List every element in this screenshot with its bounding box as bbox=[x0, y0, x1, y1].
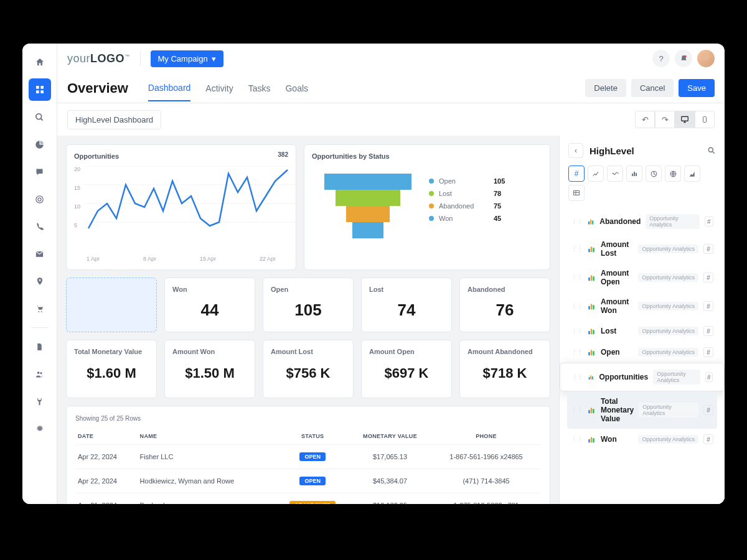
legend-row: Open105 bbox=[429, 177, 505, 185]
chip-number[interactable]: # bbox=[568, 166, 585, 182]
svg-rect-22 bbox=[634, 172, 635, 176]
empty-drop-slot[interactable] bbox=[66, 278, 157, 332]
redo-button[interactable]: ↷ bbox=[655, 111, 675, 128]
money-lost[interactable]: Amount Lost$756 K bbox=[263, 340, 354, 398]
svg-point-10 bbox=[37, 371, 40, 374]
chip-line[interactable] bbox=[588, 166, 604, 182]
svg-rect-42 bbox=[588, 352, 590, 355]
sidepanel-search-icon[interactable] bbox=[707, 146, 716, 155]
back-button[interactable]: ‹ bbox=[568, 143, 583, 158]
cancel-button[interactable]: Cancel bbox=[631, 79, 674, 97]
dashboard-icon[interactable] bbox=[29, 78, 51, 101]
save-button[interactable]: Save bbox=[679, 79, 715, 97]
money-total[interactable]: Total Monetary Value$1.60 M bbox=[66, 340, 157, 398]
svg-rect-34 bbox=[591, 276, 592, 281]
drag-handle-icon[interactable]: ⋮⋮ bbox=[571, 274, 582, 282]
chip-pie[interactable] bbox=[646, 166, 662, 182]
svg-rect-47 bbox=[592, 376, 593, 380]
chevron-down-icon: ▾ bbox=[212, 54, 216, 63]
table-row[interactable]: Apr 22, 2024Hodkiewicz, Wyman and RoweOP… bbox=[75, 469, 541, 493]
drag-handle-icon[interactable]: ⋮⋮ bbox=[571, 302, 582, 310]
data-table-card[interactable]: Showing 25 of 25 Rows DATENAME STATUSMON… bbox=[66, 406, 550, 504]
dimension-item[interactable]: ⋮⋮WonOpportunity Analytics# bbox=[567, 429, 717, 450]
page-title: Overview bbox=[67, 80, 128, 96]
dimension-item[interactable]: ⋮⋮OpenOpportunity Analytics# bbox=[567, 342, 717, 363]
svg-point-8 bbox=[38, 310, 39, 312]
chart-type-chips: # bbox=[560, 166, 725, 208]
home-icon[interactable] bbox=[29, 51, 51, 73]
undo-button[interactable]: ↶ bbox=[635, 111, 655, 128]
dimension-item[interactable]: ⋮⋮OpportunitiesOpportunity Analytics# bbox=[560, 363, 725, 391]
help-button[interactable]: ? bbox=[652, 50, 670, 67]
svg-rect-0 bbox=[36, 86, 39, 89]
funnel-segment bbox=[346, 206, 390, 222]
stat-abandoned[interactable]: Abandoned76 bbox=[459, 278, 550, 332]
tab-activity[interactable]: Activity bbox=[205, 76, 233, 101]
svg-rect-36 bbox=[588, 306, 590, 309]
target-icon[interactable] bbox=[29, 188, 51, 210]
funnel-legend: Open105Lost78Abandoned75Won45 bbox=[429, 177, 505, 238]
dimension-item[interactable]: ⋮⋮Amount LostOpportunity Analytics# bbox=[567, 235, 717, 263]
svg-rect-48 bbox=[588, 410, 590, 413]
hash-icon: # bbox=[703, 434, 713, 444]
notifications-button[interactable] bbox=[675, 50, 692, 67]
cart-icon[interactable] bbox=[29, 297, 51, 320]
svg-rect-45 bbox=[589, 377, 590, 380]
money-abandoned[interactable]: Amount Abandoned$718 K bbox=[459, 340, 550, 398]
data-table: DATENAME STATUSMONETARY VALUEPHONE Apr 2… bbox=[75, 428, 541, 504]
side-navigation bbox=[22, 44, 57, 504]
dimension-item[interactable]: ⋮⋮Amount WonOpportunity Analytics# bbox=[567, 292, 717, 320]
users-icon[interactable] bbox=[29, 363, 51, 385]
drag-handle-icon[interactable]: ⋮⋮ bbox=[571, 348, 582, 357]
drag-handle-icon[interactable]: ⋮⋮ bbox=[571, 406, 582, 414]
chat-icon[interactable] bbox=[29, 161, 51, 183]
mobile-view-button[interactable] bbox=[695, 111, 715, 128]
dashboard-name-input[interactable]: HighLevel Dashboard bbox=[67, 110, 161, 129]
funnel-card[interactable]: Opportunities by Status Open105Lost78Aba… bbox=[304, 144, 550, 270]
phone-icon[interactable] bbox=[29, 215, 51, 238]
svg-rect-28 bbox=[590, 220, 591, 225]
desktop-view-button[interactable] bbox=[675, 111, 695, 128]
drag-handle-icon[interactable]: ⋮⋮ bbox=[571, 373, 583, 381]
svg-rect-46 bbox=[590, 375, 591, 380]
svg-point-4 bbox=[36, 113, 42, 119]
dimension-item[interactable]: ⋮⋮Amount OpenOpportunity Analytics# bbox=[567, 263, 717, 292]
mail-icon[interactable] bbox=[29, 243, 51, 265]
tab-tasks[interactable]: Tasks bbox=[248, 76, 271, 101]
campaign-dropdown[interactable]: My Campaign▾ bbox=[151, 50, 223, 67]
opportunities-chart-card[interactable]: Opportunities 382 20 15 10 5 bbox=[66, 144, 296, 270]
table-row[interactable]: Apr 22, 2024Fisher LLCOPEN$17,065.131-86… bbox=[75, 445, 541, 469]
chip-table[interactable] bbox=[568, 185, 585, 201]
svg-rect-2 bbox=[36, 90, 39, 93]
location-icon[interactable] bbox=[29, 270, 51, 292]
money-won[interactable]: Amount Won$1.50 M bbox=[164, 340, 255, 398]
stat-lost[interactable]: Lost74 bbox=[361, 278, 452, 332]
delete-button[interactable]: Delete bbox=[585, 79, 626, 97]
dimension-item[interactable]: ⋮⋮AbandonedOpportunity Analytics# bbox=[567, 208, 717, 235]
drag-handle-icon[interactable]: ⋮⋮ bbox=[571, 218, 582, 226]
money-open[interactable]: Amount Open$697 K bbox=[361, 340, 452, 398]
tab-goals[interactable]: Goals bbox=[285, 76, 308, 101]
dimension-item[interactable]: ⋮⋮LostOpportunity Analytics# bbox=[567, 320, 717, 342]
chip-bar[interactable] bbox=[626, 166, 642, 182]
drag-handle-icon[interactable]: ⋮⋮ bbox=[571, 327, 582, 335]
side-panel: ‹ HighLevel # ⋮⋮AbandonedOpportunity Ana… bbox=[559, 136, 725, 504]
chip-area[interactable] bbox=[684, 166, 700, 182]
search-icon[interactable] bbox=[29, 106, 51, 128]
settings-icon[interactable] bbox=[29, 418, 51, 440]
table-row[interactable]: Apr 21, 2024Becker IncABANDONED$10,132.2… bbox=[75, 493, 541, 505]
pie-icon[interactable] bbox=[29, 133, 51, 156]
plug-icon[interactable] bbox=[29, 390, 51, 413]
stat-open[interactable]: Open105 bbox=[263, 278, 354, 332]
svg-rect-37 bbox=[591, 304, 592, 310]
chip-globe[interactable] bbox=[665, 166, 681, 182]
drag-handle-icon[interactable]: ⋮⋮ bbox=[571, 245, 582, 253]
stat-won[interactable]: Won44 bbox=[164, 278, 255, 332]
tab-dashboard[interactable]: Dashboard bbox=[148, 75, 191, 101]
dimension-item[interactable]: ⋮⋮Total Monetary ValueOpportunity Analyt… bbox=[567, 391, 717, 429]
drag-handle-icon[interactable]: ⋮⋮ bbox=[571, 436, 582, 444]
svg-point-20 bbox=[708, 147, 713, 152]
avatar[interactable] bbox=[697, 50, 715, 67]
chip-wave[interactable] bbox=[607, 166, 623, 182]
file-icon[interactable] bbox=[29, 335, 51, 358]
